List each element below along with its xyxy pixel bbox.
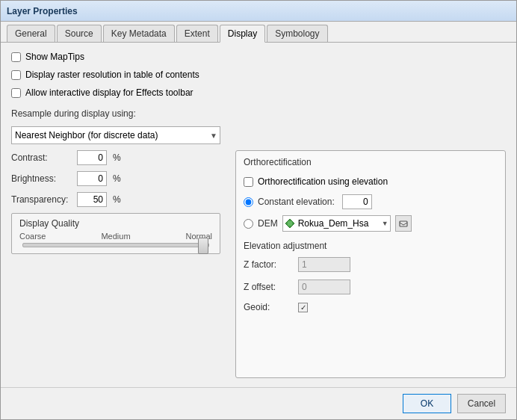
geoid-checkmark: ✓ [300,303,306,312]
contrast-input[interactable] [77,150,107,165]
brightness-label: Brightness: [11,173,71,184]
resample-label: Resample during display using: [11,108,506,119]
constant-elevation-label: Constant elevation: [258,197,335,207]
tab-general[interactable]: General [7,25,55,42]
transparency-label: Transparency: [11,194,71,205]
z-factor-label: Z factor: [244,259,292,270]
window-title: Layer Properties [7,6,78,16]
cancel-button[interactable]: Cancel [457,394,506,413]
coarse-label: Coarse [19,232,46,241]
z-offset-input[interactable] [298,280,350,294]
brightness-row: Brightness: % [11,171,220,186]
z-offset-label: Z offset: [244,282,292,292]
orthorectification-panel: Orthorectification Orthorectification us… [235,150,506,378]
display-quality-box: Display Quality Coarse Medium Normal [11,213,220,254]
medium-label: Medium [101,232,130,241]
layer-properties-window: Layer Properties General Source Key Meta… [0,0,517,420]
elevation-adjustment-title: Elevation adjustment [244,241,498,251]
dem-browse-button[interactable] [395,215,412,232]
ortho-using-elevation-row: Orthorectification using elevation [244,176,498,187]
left-column: Contrast: % Brightness: % Transparency: … [11,150,220,378]
content-area: Show MapTips Display raster resolution i… [1,43,516,387]
ortho-using-elevation-label: Orthorectification using elevation [258,176,388,187]
tab-extent[interactable]: Extent [176,25,218,42]
browse-icon [399,219,408,228]
transparency-input[interactable] [77,192,107,207]
quality-slider-thumb[interactable] [198,238,208,254]
resample-dropdown-row: Nearest Neighbor (for discrete data) ▼ [11,126,506,144]
constant-elevation-radio[interactable] [244,197,253,207]
ok-button[interactable]: OK [403,394,451,413]
dem-row: DEM Rokua_Dem_Hsa ▼ [244,215,498,232]
dq-labels: Coarse Medium Normal [19,232,212,241]
raster-resolution-checkbox[interactable] [11,70,21,80]
dem-dropdown[interactable]: Rokua_Dem_Hsa [282,215,391,232]
transparency-row: Transparency: % [11,192,220,207]
transparency-percent: % [113,194,121,205]
two-column-layout: Contrast: % Brightness: % Transparency: … [11,150,506,378]
show-maptips-row: Show MapTips [11,52,506,62]
interactive-display-label: Allow interactive display for Effects to… [25,87,194,98]
z-factor-row: Z factor: [244,257,498,272]
brightness-percent: % [113,173,121,184]
geoid-row: Geoid: ✓ [244,302,498,312]
interactive-display-checkbox[interactable] [11,88,21,98]
tab-key-metadata[interactable]: Key Metadata [103,25,175,42]
contrast-percent: % [113,152,121,163]
tab-source[interactable]: Source [57,25,102,42]
resample-dropdown-wrapper: Nearest Neighbor (for discrete data) ▼ [11,126,220,144]
show-maptips-checkbox[interactable] [11,52,21,62]
contrast-row: Contrast: % [11,150,220,165]
contrast-label: Contrast: [11,152,71,163]
geoid-label: Geoid: [244,302,292,312]
resample-dropdown[interactable]: Nearest Neighbor (for discrete data) [11,126,220,144]
dem-dropdown-wrapper: Rokua_Dem_Hsa ▼ [282,215,391,232]
tab-bar: General Source Key Metadata Extent Displ… [1,22,516,43]
constant-elevation-input[interactable] [342,194,372,209]
brightness-input[interactable] [77,171,107,186]
display-quality-title: Display Quality [19,218,212,229]
ortho-title: Orthorectification [244,157,498,167]
svg-rect-2 [400,221,407,226]
z-factor-input[interactable] [298,257,350,272]
footer: OK Cancel [1,387,516,419]
z-offset-row: Z offset: [244,280,498,294]
raster-resolution-label: Display raster resolution in table of co… [25,70,199,80]
dem-radio[interactable] [244,219,253,229]
interactive-display-row: Allow interactive display for Effects to… [11,87,506,98]
tab-display[interactable]: Display [220,25,265,43]
tab-symbology[interactable]: Symbology [267,25,327,42]
title-bar: Layer Properties [1,1,516,22]
geoid-checkbox[interactable]: ✓ [298,303,308,312]
raster-resolution-row: Display raster resolution in table of co… [11,70,506,80]
constant-elevation-row: Constant elevation: [244,194,498,209]
ortho-using-elevation-checkbox[interactable] [244,177,253,187]
quality-slider-track[interactable] [22,243,209,247]
dem-label: DEM [258,218,278,229]
show-maptips-label: Show MapTips [25,52,84,62]
